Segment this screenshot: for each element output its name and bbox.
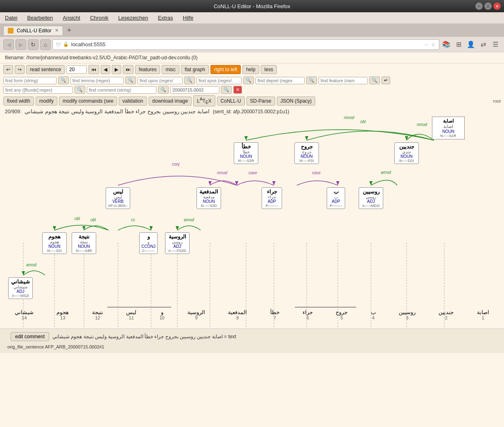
node-2[interactable]: جنديين جندي NOUN N-----D2I [394,142,419,164]
nav-prev-button[interactable]: ◀ [101,65,110,74]
more-button[interactable]: ··· [425,42,429,47]
url-text: localhost:5555 [71,41,106,47]
modify-button[interactable]: modify [36,97,57,106]
find-any-input[interactable] [3,86,73,94]
menu-hilfe[interactable]: Hilfe [181,14,195,22]
find-feature-input[interactable] [319,77,368,84]
tab-close-button[interactable]: ✕ [55,28,59,33]
clear-search-button[interactable]: ✕ [233,86,242,94]
find-form-input[interactable] [3,77,57,84]
fixed-width-button[interactable]: fixed width [3,97,34,106]
sidebar-icon[interactable]: ⊞ [453,39,464,50]
sentence-count: 20/909: [5,109,21,115]
features-button[interactable]: features [135,65,160,74]
conllu-button[interactable]: CoNLL-U [217,97,245,106]
menu-lesezeichen[interactable]: Lesezeichen [117,14,150,22]
modify-commands-button[interactable]: modify commands (see [59,97,117,106]
find-xpos-button[interactable]: 🔍 [243,76,254,84]
menu-ansicht[interactable]: Ansicht [61,14,82,22]
filename-count: (0) [192,55,198,61]
root-features: N-----S1R [436,134,461,138]
find-lemma-input[interactable] [70,77,124,84]
less-button[interactable]: less [261,65,277,74]
node-10[interactable]: و و CCONJ C-------- [139,232,158,254]
json-spacy-button[interactable]: JSON (Spacy) [277,97,316,106]
find-comment-input[interactable] [87,86,156,94]
redo-button[interactable]: ↪ [15,65,25,74]
sentence-id-search-button[interactable]: 🔍 [221,86,232,94]
svg-marker-42 [22,271,25,275]
find-comment-button[interactable]: 🔍 [158,86,169,94]
sentence-number-input[interactable] [66,65,87,74]
maximize-button[interactable]: □ [484,2,492,10]
undo-button[interactable]: ↩ [3,65,13,74]
menu-bearbeiten[interactable]: Bearbeiten [25,14,54,22]
menu-extras[interactable]: Extras [156,14,175,22]
find-deprel-input[interactable] [255,77,305,84]
node-5-arabic: جروح [296,144,317,150]
sentence-id-input[interactable] [170,86,219,94]
bookmarks-icon[interactable]: 📚 [441,39,452,50]
forward-button[interactable]: ▶ [16,39,26,50]
status-row-2: orig_file_sentence AFP_ARB_20000715.0002… [4,343,500,351]
node-13[interactable]: هجوم هجوم NOUN N-----S2I [42,232,67,254]
menu-datei[interactable]: Datei [3,14,19,22]
node-9[interactable]: الروسية روسي ADJ A-----FS2D [165,232,190,254]
node-12[interactable]: نتيجة نتيجة NOUN N-----S4R [72,232,96,254]
sd-parse-button[interactable]: SD-Parse [246,97,275,106]
find-form-button[interactable]: 🔍 [58,76,69,84]
node-11[interactable]: ليس ليس VERB VP-A-3MS-- [106,187,130,209]
sync-icon[interactable]: ⇄ [478,39,488,50]
node-5[interactable]: جروح جروح NOUN N-----P2I [294,142,319,164]
node-4[interactable]: ب ب ADP P-------- [327,187,345,209]
root-label: root [493,99,501,103]
find-xpos-input[interactable] [197,77,242,84]
account-icon[interactable]: 👤 [466,39,476,50]
action-row: fixed width modify modify commands (see … [0,94,504,107]
node-3[interactable]: روسيين روسي ADJ A-----MD2I [359,187,383,209]
flat-graph-button[interactable]: flat graph [181,65,209,74]
bookmark-star[interactable]: ☆ [431,42,436,47]
nav-first-button[interactable]: ⏮ [88,65,99,74]
find-feature-button[interactable]: 🔍 [369,76,380,84]
find-upos-button[interactable]: 🔍 [184,76,195,84]
new-tab-button[interactable]: + [65,26,74,35]
download-image-button[interactable]: download image [149,97,192,106]
svg-marker-22 [244,136,248,140]
node-8[interactable]: المدفعية مدفعية NOUN N-----S2D [197,187,221,209]
nav-next-button[interactable]: ▶ [112,65,121,74]
menu-chronik[interactable]: Chronik [88,14,110,22]
node-14[interactable]: شيشاني شيشاني ADJ A-----MS2I [8,277,33,299]
right-to-left-button[interactable]: right to left [210,65,241,74]
latex-button[interactable]: LATEX [193,95,215,106]
node-6[interactable]: جراء جراء ADP P-------- [262,187,282,209]
help-button[interactable]: help [242,65,259,74]
node-6-arabic2: جراء [264,195,280,199]
find-upos-input[interactable] [138,77,183,84]
validation-button[interactable]: validation [119,97,147,106]
node-6-features: P-------- [264,204,280,208]
close-button[interactable]: ✕ [493,2,501,10]
node-9-arabic2: روسي [167,240,188,244]
home-button[interactable]: ⌂ [40,39,51,50]
read-sentence-button[interactable]: read sentence [26,65,65,74]
reload-button[interactable]: ↻ [28,39,38,50]
menu-icon[interactable]: ☰ [490,39,501,50]
node-4-arabic: ب [329,189,343,195]
node-7[interactable]: خطأ خطأ NOUN N-----S2R [234,142,258,164]
find-any-button[interactable]: 🔍 [75,86,85,94]
svg-text:nmod: nmod [417,122,427,127]
address-box[interactable]: 🛡 🔒 localhost:5555 ··· ☆ [52,39,439,50]
edit-comment-button[interactable]: edit comment [11,332,49,341]
minimize-button[interactable]: ─ [475,2,483,10]
back-button[interactable]: ◀ [3,39,14,50]
filename-bar: filename: /home/johannes/ud-treebanks-v2… [0,52,504,63]
search-enter-button[interactable]: ↵ [382,76,390,84]
svg-text:obl: obl [360,119,366,124]
find-deprel-button[interactable]: 🔍 [306,76,317,84]
nav-last-button[interactable]: ⏭ [123,65,133,74]
active-tab[interactable]: CoNLL-U Editor ✕ [3,26,63,35]
find-lemma-button[interactable]: 🔍 [125,76,136,84]
misc-button[interactable]: misc [162,65,179,74]
svg-text:amod: amod [26,263,36,267]
